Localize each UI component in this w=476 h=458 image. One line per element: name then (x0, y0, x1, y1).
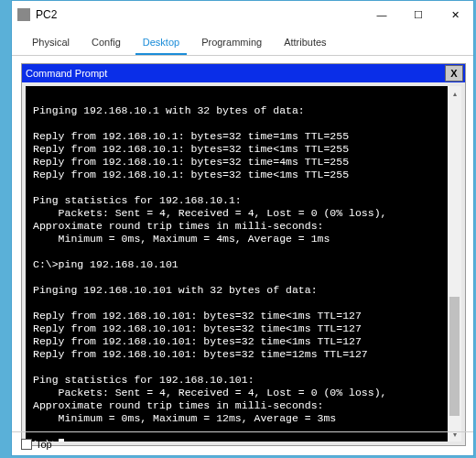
minimize-button[interactable]: — (363, 2, 400, 27)
tab-programming[interactable]: Programming (194, 32, 269, 55)
command-prompt-body-wrap: Pinging 192.168.10.1 with 32 bytes of da… (22, 82, 465, 445)
tab-config[interactable]: Config (84, 32, 128, 55)
scroll-up-icon[interactable]: ▴ (448, 86, 461, 101)
command-prompt-scrollbar[interactable]: ▴ ▾ (448, 86, 461, 442)
close-button[interactable]: ✕ (437, 2, 473, 27)
tab-desktop[interactable]: Desktop (135, 32, 187, 55)
scroll-thumb[interactable] (449, 297, 460, 416)
top-checkbox[interactable] (21, 439, 32, 450)
bottom-bar: Top (12, 431, 473, 455)
maximize-button[interactable]: ☐ (400, 2, 437, 27)
window-title: PC2 (36, 8, 363, 21)
command-prompt-title: Command Prompt (26, 68, 445, 79)
window-controls: — ☐ ✕ (363, 2, 473, 27)
titlebar: PC2 — ☐ ✕ (12, 1, 473, 28)
command-prompt-close-button[interactable]: X (445, 65, 463, 82)
command-prompt-terminal[interactable]: Pinging 192.168.10.1 with 32 bytes of da… (26, 86, 461, 442)
command-prompt-window: Command Prompt X Pinging 192.168.10.1 wi… (21, 63, 466, 446)
command-prompt-titlebar: Command Prompt X (22, 64, 465, 82)
tab-physical[interactable]: Physical (25, 32, 77, 55)
tab-attributes[interactable]: Attributes (276, 32, 333, 55)
top-checkbox-label: Top (36, 439, 52, 450)
tab-bar: Physical Config Desktop Programming Attr… (12, 32, 473, 56)
workspace: Command Prompt X Pinging 192.168.10.1 wi… (12, 56, 473, 426)
app-icon (17, 8, 30, 21)
app-window: PC2 — ☐ ✕ Physical Config Desktop Progra… (11, 0, 474, 456)
